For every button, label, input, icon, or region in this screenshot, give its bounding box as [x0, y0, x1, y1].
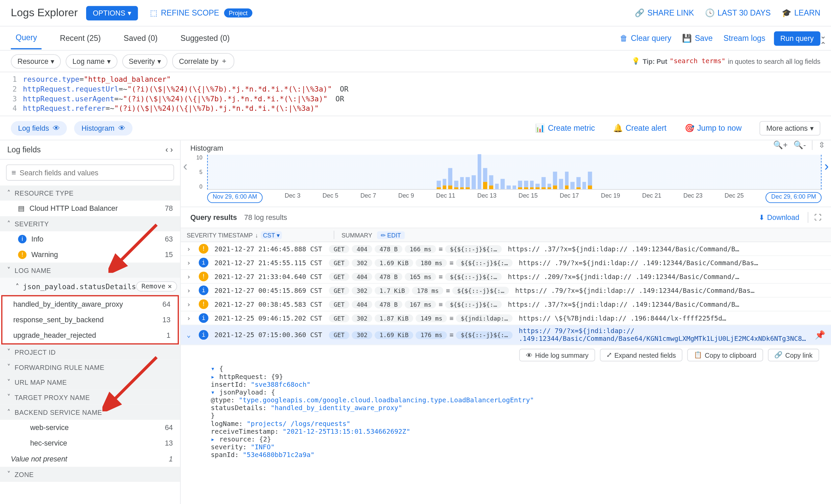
filter-correlate[interactable]: Correlate by ＋	[172, 53, 234, 69]
histogram-bar[interactable]	[472, 175, 476, 189]
jp-item-0[interactable]: handled_by_identity_aware_proxy64	[2, 296, 178, 312]
log-row[interactable]: ›i2021-12-27 21:45:55.115 CSTGET3021.69 …	[181, 256, 831, 270]
section-fwd-rule[interactable]: ˅FORWARDING RULE NAME	[0, 359, 180, 375]
expand-editor-icon[interactable]: ⌄⌃	[820, 31, 827, 49]
histogram-bar[interactable]	[466, 177, 470, 189]
histogram-bar[interactable]	[518, 180, 522, 189]
download-button[interactable]: ⬇Download	[759, 213, 799, 222]
histogram-bar[interactable]	[460, 177, 464, 189]
more-actions[interactable]: More actions ▾	[760, 121, 821, 135]
zoom-out-icon[interactable]: 🔍-	[794, 140, 806, 150]
zoom-in-icon[interactable]: 🔍+	[773, 140, 787, 150]
histogram-bar[interactable]	[542, 177, 546, 189]
histogram-bar[interactable]	[454, 180, 458, 189]
histogram-bar[interactable]	[512, 186, 517, 189]
search-fields-box[interactable]: ≡	[6, 165, 174, 181]
log-row[interactable]: ›!2021-12-27 00:38:45.583 CSTGET404478 B…	[181, 298, 831, 311]
learn-link[interactable]: 🎓LEARN	[782, 8, 821, 18]
section-url-map[interactable]: ˅URL MAP NAME	[0, 375, 180, 390]
histogram-bar[interactable]	[437, 180, 441, 189]
collapse-icon[interactable]: ⌄	[187, 331, 193, 339]
hide-summary-button[interactable]: 👁Hide log summary	[520, 349, 595, 361]
histogram-bar[interactable]	[524, 180, 528, 189]
expand-icon[interactable]: ›	[187, 259, 193, 267]
query-editor[interactable]: 1resource.type="http_load_balancer" 2htt…	[0, 72, 831, 116]
histogram-bar[interactable]	[571, 182, 575, 189]
section-log-name[interactable]: ˅LOG NAME	[0, 262, 180, 278]
expand-icon[interactable]: ›	[187, 273, 193, 280]
histogram-bar[interactable]	[448, 168, 452, 189]
histogram-bar[interactable]	[536, 184, 540, 189]
time-range[interactable]: 🕓LAST 30 DAYS	[705, 8, 771, 18]
histogram-next[interactable]: ›	[824, 158, 829, 174]
stream-logs[interactable]: Stream logs	[724, 34, 765, 43]
share-link[interactable]: 🔗SHARE LINK	[635, 8, 694, 18]
scope-chip[interactable]: Project	[224, 8, 252, 18]
histogram-bar[interactable]	[582, 182, 586, 189]
expand-icon[interactable]: ›	[187, 314, 193, 322]
log-row[interactable]: ›!2021-12-27 21:33:04.640 CSTGET404478 B…	[181, 270, 831, 284]
be-item-1[interactable]: hec-service13	[0, 435, 180, 451]
save-query[interactable]: 💾Save	[682, 34, 712, 43]
histogram-bar[interactable]	[443, 179, 447, 189]
copy-clipboard-button[interactable]: 📋Copy to clipboard	[687, 349, 763, 361]
expand-histogram-icon[interactable]: ⇳	[819, 140, 825, 150]
clear-query[interactable]: 🗑Clear query	[620, 34, 671, 43]
toggle-histogram[interactable]: Histogram 👁	[74, 121, 132, 135]
jump-to-now[interactable]: 🎯Jump to now	[685, 124, 742, 133]
section-project-id[interactable]: ˅PROJECT ID	[0, 345, 180, 360]
expand-icon[interactable]: ›	[187, 286, 193, 294]
search-input[interactable]	[20, 168, 169, 177]
section-zone[interactable]: ˅ZONE	[0, 467, 180, 482]
histogram-bar[interactable]	[588, 172, 592, 189]
copy-link-button[interactable]: 🔗Copy link	[768, 349, 819, 361]
tab-saved[interactable]: Saved (0)	[119, 28, 162, 49]
histogram-bar[interactable]	[576, 177, 580, 189]
histogram-bar[interactable]	[477, 154, 481, 189]
run-query-button[interactable]: Run query	[774, 31, 820, 46]
histogram-bar[interactable]	[489, 175, 493, 189]
value-not-present[interactable]: Value not present1	[0, 451, 180, 467]
create-metric[interactable]: 📊Create metric	[535, 124, 595, 133]
tab-suggested[interactable]: Suggested (0)	[176, 28, 234, 49]
create-alert[interactable]: 🔔Create alert	[613, 124, 667, 133]
tab-recent[interactable]: Recent (25)	[55, 28, 106, 49]
expand-icon[interactable]: ›	[187, 245, 193, 253]
collapse-icon[interactable]: ‹ ›	[166, 145, 173, 154]
expand-nested-button[interactable]: ⤢Expand nested fields	[600, 349, 683, 361]
edit-chip[interactable]: ✏EDIT	[377, 231, 405, 239]
histogram-bar[interactable]	[501, 179, 505, 189]
histogram-bar[interactable]	[553, 172, 557, 189]
remove-chip[interactable]: Remove ✕	[136, 281, 177, 292]
col-severity[interactable]: SEVERITY	[187, 232, 211, 238]
log-row-selected[interactable]: ⌄i2021-12-25 07:15:00.360 CSTGET3021.69 …	[181, 325, 831, 345]
filter-logname[interactable]: Log name ▾	[66, 54, 117, 69]
expand-icon[interactable]: ›	[187, 300, 193, 308]
range-end[interactable]: Dec 29, 6:00 PM	[766, 192, 822, 203]
histogram-prev[interactable]: ‹	[183, 158, 187, 174]
log-row[interactable]: ›i2021-12-27 00:45:15.869 CSTGET3021.7 K…	[181, 284, 831, 298]
col-summary[interactable]: SUMMARY ✏EDIT	[342, 231, 825, 239]
section-target-proxy[interactable]: ˅TARGET PROXY NAME	[0, 390, 180, 405]
expanded-json-payload[interactable]: ˄ json_payload.statusDetails Remove ✕	[0, 278, 180, 295]
range-start[interactable]: Nov 29, 6:00 AM	[207, 192, 262, 203]
section-resource-type[interactable]: ˄RESOURCE TYPE	[0, 185, 180, 201]
histogram-bar[interactable]	[547, 184, 551, 189]
col-timestamp[interactable]: TIMESTAMP ↓ CST ▾	[218, 231, 326, 239]
histogram-bar[interactable]	[483, 168, 487, 189]
row-sev-info[interactable]: iInfo63	[0, 231, 180, 247]
filter-severity[interactable]: Severity ▾	[122, 54, 167, 69]
histogram-bar[interactable]	[507, 186, 511, 189]
pin-icon[interactable]: 📌	[815, 330, 825, 340]
row-http-lb[interactable]: ▤Cloud HTTP Load Balancer78	[0, 201, 180, 216]
histogram-bar[interactable]	[530, 180, 534, 189]
histogram-bar[interactable]	[565, 172, 569, 189]
filter-resource[interactable]: Resource ▾	[11, 54, 61, 69]
histogram-bar[interactable]	[495, 184, 499, 189]
log-row[interactable]: ›i2021-12-25 09:46:15.202 CSTGET3021.87 …	[181, 311, 831, 325]
histogram-bar[interactable]	[559, 179, 563, 189]
row-sev-warn[interactable]: !Warning15	[0, 247, 180, 262]
tz-chip[interactable]: CST ▾	[260, 231, 282, 239]
log-row[interactable]: ›!2021-12-27 21:46:45.888 CSTGET404478 B…	[181, 242, 831, 256]
section-severity[interactable]: ˄SEVERITY	[0, 216, 180, 231]
